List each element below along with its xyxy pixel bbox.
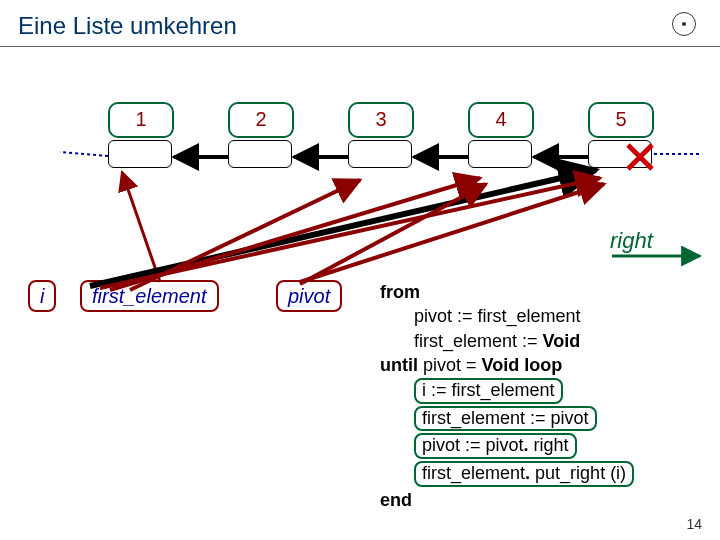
svg-line-9 <box>122 172 160 282</box>
svg-line-4 <box>60 152 108 156</box>
logo-icon <box>672 12 696 36</box>
arrows-svg <box>0 50 720 540</box>
slide-title: Eine Liste umkehren <box>0 0 720 47</box>
